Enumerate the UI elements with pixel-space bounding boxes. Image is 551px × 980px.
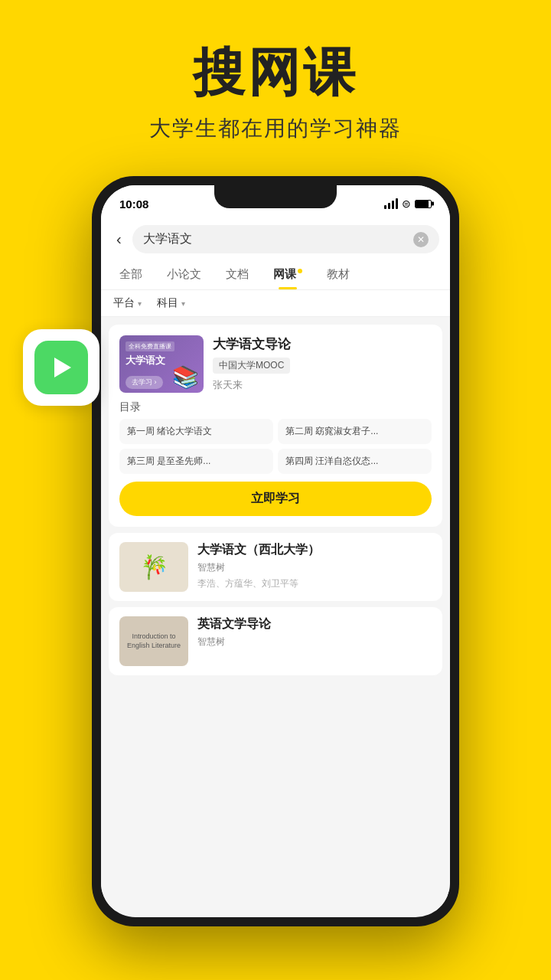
play-logo	[34, 341, 88, 394]
platform-badge-1: 中国大学MOOC	[213, 358, 290, 374]
thumb-title: 大学语文	[126, 354, 165, 368]
course-top-1: 全科免费直播课 大学语文 📚 去学习 › 大学语文导论 中国大学MOOC 张天来	[119, 335, 432, 393]
course-card-2: 🎋 大学语文（西北大学） 智慧树 李浩、方蕴华、刘卫平等	[109, 533, 442, 601]
platform-2: 智慧树	[197, 561, 432, 574]
book-icon: 📚	[172, 364, 199, 390]
play-icon	[54, 358, 71, 377]
platform-filter-label: 平台	[113, 296, 135, 310]
course-row-2: 🎋 大学语文（西北大学） 智慧树 李浩、方蕴华、刘卫平等	[119, 542, 432, 592]
tab-all[interactable]: 全部	[109, 260, 153, 289]
tab-online-course[interactable]: 网课	[262, 260, 313, 289]
course-thumbnail-3: Introduction to English Literature	[119, 616, 188, 666]
filter-row: 平台 ▾ 科目 ▾	[101, 290, 450, 317]
signal-icon	[384, 198, 398, 209]
course-title-1: 大学语文导论	[213, 335, 432, 353]
phone-mockup: 10:08 ⊜ ‹ 大学语文	[92, 176, 459, 926]
thumb-learn-btn[interactable]: 去学习 ›	[126, 376, 163, 389]
catalog-item-3[interactable]: 第三周 是至圣先师...	[119, 449, 273, 474]
tab-textbook[interactable]: 教材	[316, 260, 360, 289]
app-logo-badge	[23, 329, 99, 406]
course-title-2: 大学语文（西北大学）	[197, 542, 432, 558]
teachers-2: 李浩、方蕴华、刘卫平等	[197, 577, 432, 590]
course-card-1: 全科免费直播课 大学语文 📚 去学习 › 大学语文导论 中国大学MOOC 张天来…	[109, 325, 442, 527]
header-section: 搜网课 大学生都在用的学习神器	[0, 0, 551, 158]
back-button[interactable]: ‹	[112, 227, 126, 251]
tab-paper[interactable]: 小论文	[156, 260, 212, 289]
platform-filter-button[interactable]: 平台 ▾	[113, 296, 142, 310]
search-bar-row: ‹ 大学语文 ✕	[101, 219, 450, 260]
phone-screen: 10:08 ⊜ ‹ 大学语文	[101, 185, 450, 917]
phone-outer-frame: 10:08 ⊜ ‹ 大学语文	[92, 176, 459, 926]
course-info-3: 英语文学导论 智慧树	[197, 616, 432, 652]
thumb-tag: 全科免费直播课	[126, 341, 174, 351]
tabs-row: 全部 小论文 文档 网课 教材	[101, 260, 450, 290]
course-thumbnail-1: 全科免费直播课 大学语文 📚 去学习 ›	[119, 335, 204, 393]
course-row-3: Introduction to English Literature 英语文学导…	[119, 616, 432, 666]
study-now-button[interactable]: 立即学习	[119, 482, 432, 516]
catalog-item-2[interactable]: 第二周 窈窕淑女君子...	[278, 419, 432, 444]
catalog-grid: 第一周 绪论大学语文 第二周 窈窕淑女君子... 第三周 是至圣先师... 第四…	[119, 419, 432, 474]
subject-filter-button[interactable]: 科目 ▾	[157, 296, 185, 310]
course-card-3: Introduction to English Literature 英语文学导…	[109, 607, 442, 675]
app-title: 搜网课	[0, 38, 551, 108]
status-time: 10:08	[119, 198, 148, 211]
tab-active-badge	[298, 269, 302, 273]
app-subtitle: 大学生都在用的学习神器	[0, 114, 551, 143]
subject-filter-arrow: ▾	[181, 299, 185, 308]
status-icons: ⊜	[384, 198, 432, 210]
platform-3: 智慧树	[197, 635, 432, 648]
wifi-icon: ⊜	[402, 198, 411, 210]
search-query-text: 大学语文	[143, 231, 407, 247]
catalog-item-1[interactable]: 第一周 绪论大学语文	[119, 419, 273, 444]
thumb-text-3: Introduction to English Literature	[122, 632, 185, 650]
clear-search-button[interactable]: ✕	[413, 232, 429, 247]
battery-icon	[415, 200, 432, 208]
tab-doc[interactable]: 文档	[215, 260, 259, 289]
bamboo-icon: 🎋	[140, 554, 168, 580]
course-info-2: 大学语文（西北大学） 智慧树 李浩、方蕴华、刘卫平等	[197, 542, 432, 590]
platform-filter-arrow: ▾	[138, 299, 142, 308]
catalog-item-4[interactable]: 第四周 汪洋自恣仪态...	[278, 449, 432, 474]
search-input-box[interactable]: 大学语文 ✕	[132, 225, 439, 253]
catalog-label: 目录	[119, 400, 432, 414]
phone-notch	[214, 185, 337, 208]
content-area: 全科免费直播课 大学语文 📚 去学习 › 大学语文导论 中国大学MOOC 张天来…	[101, 317, 450, 911]
teacher-name-1: 张天来	[213, 378, 432, 392]
course-info-1: 大学语文导论 中国大学MOOC 张天来	[213, 335, 432, 393]
subject-filter-label: 科目	[157, 296, 178, 310]
course-title-3: 英语文学导论	[197, 616, 432, 632]
course-thumbnail-2: 🎋	[119, 542, 188, 592]
